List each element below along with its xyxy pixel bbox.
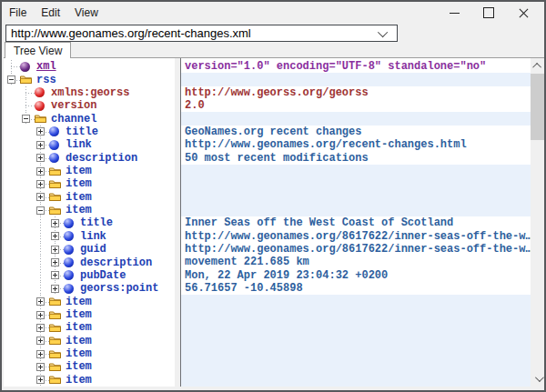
tree-row[interactable]: item <box>4 321 175 334</box>
scroll-up-button[interactable] <box>531 58 546 74</box>
value-row-empty <box>181 360 531 373</box>
tree-node-label[interactable]: channel <box>51 113 96 126</box>
tree-row[interactable]: item <box>4 347 175 360</box>
tree-node-label[interactable]: xml <box>36 60 56 73</box>
tree-node-label[interactable]: item <box>66 296 92 308</box>
expand-plus-icon[interactable] <box>36 193 45 201</box>
expand-plus-icon[interactable] <box>36 324 45 332</box>
tree-indent-guide <box>4 282 18 295</box>
tree-node-label[interactable]: georss:point <box>80 282 158 295</box>
tree-node-label[interactable]: item <box>66 374 92 387</box>
tree-indent-guide <box>18 321 33 334</box>
tree-row[interactable]: item <box>4 295 175 307</box>
tree-row[interactable]: item <box>4 308 175 321</box>
tree-row[interactable]: title <box>4 216 175 229</box>
tree-row[interactable]: item <box>4 360 175 373</box>
tree-row[interactable]: item <box>4 165 175 177</box>
tree-row[interactable]: pubDate <box>4 269 175 282</box>
tree-row[interactable]: item <box>4 374 175 387</box>
tree-row[interactable]: item <box>4 177 175 190</box>
expand-plus-icon[interactable] <box>51 232 59 240</box>
collapse-minus-icon[interactable] <box>22 115 30 123</box>
menu-edit[interactable]: Edit <box>41 6 60 19</box>
tree-indent-guide <box>4 230 18 243</box>
scrollbar-thumb[interactable] <box>531 74 546 140</box>
tree-node-label[interactable]: item <box>66 347 92 360</box>
scroll-down-button[interactable] <box>531 371 546 387</box>
tree-node-label[interactable]: link <box>66 138 92 151</box>
tree-row[interactable]: xmlns:georss <box>4 86 175 99</box>
tree-node-label[interactable]: item <box>66 308 92 321</box>
tree-node-label[interactable]: description <box>66 152 137 165</box>
xml-tree-pane[interactable]: xmlrssxmlns:georssversionchanneltitlelin… <box>4 58 175 387</box>
tree-row[interactable]: link <box>4 230 175 243</box>
tree-row[interactable]: guid <box>4 243 175 256</box>
expand-plus-icon[interactable] <box>36 167 45 176</box>
expand-plus-icon[interactable] <box>36 311 45 319</box>
tree-node-label[interactable]: link <box>80 230 106 243</box>
maximize-button[interactable] <box>471 3 506 23</box>
tree-node-label[interactable]: item <box>66 177 92 190</box>
expand-plus-icon[interactable] <box>36 350 45 358</box>
menu-bar: File Edit View <box>2 2 98 24</box>
expand-plus-icon[interactable] <box>36 363 45 371</box>
tree-node-label[interactable]: description <box>80 256 152 269</box>
tab-tree-view[interactable]: Tree View <box>5 42 71 58</box>
close-button[interactable] <box>506 3 541 23</box>
tree-row[interactable]: title <box>4 126 175 138</box>
expand-plus-icon[interactable] <box>51 246 59 254</box>
tree-row[interactable]: item <box>4 204 175 216</box>
tree-indent-guide <box>33 216 47 229</box>
tree-row[interactable]: channel <box>4 112 175 125</box>
element-icon <box>64 217 76 228</box>
expand-plus-icon[interactable] <box>36 180 45 188</box>
value-row-empty <box>181 295 531 307</box>
pane-splitter[interactable] <box>175 58 181 387</box>
tree-connector <box>47 243 62 256</box>
tree-node-label[interactable]: xmlns:georss <box>51 86 129 99</box>
expand-plus-icon[interactable] <box>51 258 59 266</box>
tree-node-label[interactable]: item <box>66 321 92 334</box>
tree-indent-guide <box>18 308 33 321</box>
expand-plus-icon[interactable] <box>36 376 45 384</box>
collapse-minus-icon[interactable] <box>36 206 45 215</box>
vertical-scrollbar[interactable] <box>531 58 546 387</box>
expand-plus-icon[interactable] <box>51 271 59 279</box>
tree-node-label[interactable]: item <box>66 191 92 204</box>
tree-node-label[interactable]: title <box>80 216 113 229</box>
tree-node-label[interactable]: guid <box>80 243 106 256</box>
value-row-empty <box>181 335 531 347</box>
tree-row[interactable]: xml <box>4 60 175 73</box>
tree-node-label[interactable]: version <box>51 99 96 112</box>
menu-view[interactable]: View <box>75 6 98 19</box>
tree-row[interactable]: description <box>4 256 175 268</box>
tree-row[interactable]: georss:point <box>4 282 175 295</box>
folder-icon <box>49 178 61 189</box>
folder-icon <box>49 361 61 372</box>
tree-node-label[interactable]: item <box>66 165 92 177</box>
menu-file[interactable]: File <box>9 6 26 19</box>
tree-node-label[interactable]: item <box>66 335 92 347</box>
tree-row[interactable]: link <box>4 138 175 151</box>
expand-plus-icon[interactable] <box>36 127 45 136</box>
expand-plus-icon[interactable] <box>36 154 45 162</box>
tree-node-label[interactable]: title <box>66 126 98 138</box>
tree-row[interactable]: item <box>4 191 175 204</box>
expand-plus-icon[interactable] <box>51 219 59 227</box>
tree-node-label[interactable]: item <box>66 360 92 373</box>
expand-plus-icon[interactable] <box>51 285 59 293</box>
minimize-button[interactable] <box>437 3 471 23</box>
expand-plus-icon[interactable] <box>36 337 45 345</box>
expand-plus-icon[interactable] <box>36 141 45 149</box>
tree-node-label[interactable]: rss <box>36 74 56 86</box>
tree-row[interactable]: version <box>4 99 175 112</box>
url-input[interactable]: http://www.geonames.org/recent-changes.x… <box>6 26 380 40</box>
tree-row[interactable]: description <box>4 152 175 165</box>
tree-node-label[interactable]: item <box>66 204 92 216</box>
expand-plus-icon[interactable] <box>36 297 45 306</box>
tree-row[interactable]: rss <box>4 73 175 85</box>
url-combobox[interactable]: http://www.geonames.org/recent-changes.x… <box>5 25 398 42</box>
tree-node-label[interactable]: pubDate <box>80 269 126 282</box>
tree-row[interactable]: item <box>4 335 175 347</box>
collapse-minus-icon[interactable] <box>7 75 15 84</box>
